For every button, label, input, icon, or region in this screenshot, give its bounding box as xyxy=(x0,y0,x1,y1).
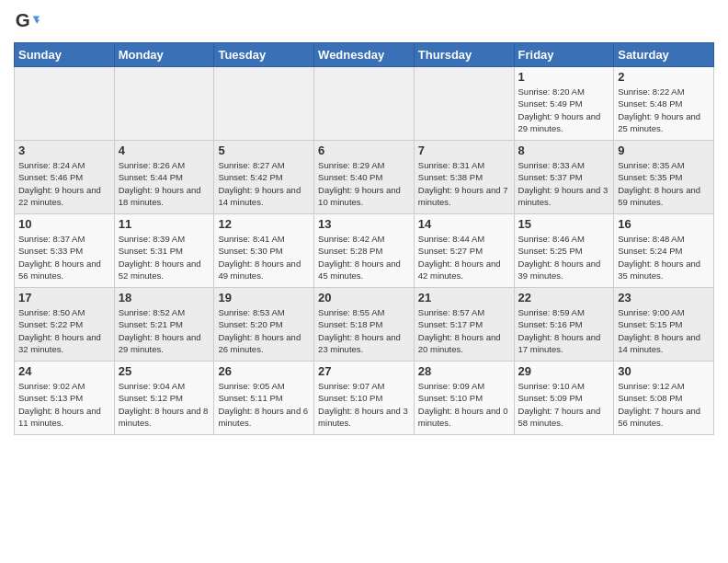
day-number: 20 xyxy=(318,291,410,304)
header-day: Sunday xyxy=(15,43,115,67)
day-info: Sunrise: 9:07 AM Sunset: 5:10 PM Dayligh… xyxy=(318,380,410,429)
calendar-cell: 7Sunrise: 8:31 AM Sunset: 5:38 PM Daylig… xyxy=(414,141,514,214)
day-number: 18 xyxy=(119,291,210,304)
day-info: Sunrise: 8:37 AM Sunset: 5:33 PM Dayligh… xyxy=(18,233,110,282)
header-day: Monday xyxy=(114,43,214,67)
day-number: 24 xyxy=(18,364,110,378)
day-number: 28 xyxy=(418,364,510,378)
calendar-cell: 25Sunrise: 9:04 AM Sunset: 5:12 PM Dayli… xyxy=(114,362,214,435)
calendar-cell: 6Sunrise: 8:29 AM Sunset: 5:40 PM Daylig… xyxy=(314,141,415,214)
day-info: Sunrise: 8:29 AM Sunset: 5:40 PM Dayligh… xyxy=(318,159,410,208)
day-info: Sunrise: 8:33 AM Sunset: 5:37 PM Dayligh… xyxy=(518,159,610,208)
day-info: Sunrise: 8:44 AM Sunset: 5:27 PM Dayligh… xyxy=(418,233,510,282)
calendar-cell: 5Sunrise: 8:27 AM Sunset: 5:42 PM Daylig… xyxy=(214,141,314,214)
day-info: Sunrise: 8:24 AM Sunset: 5:46 PM Dayligh… xyxy=(18,159,110,208)
header-day: Friday xyxy=(514,43,614,67)
day-number: 19 xyxy=(218,291,310,304)
day-info: Sunrise: 8:50 AM Sunset: 5:22 PM Dayligh… xyxy=(18,306,110,355)
calendar-cell: 11Sunrise: 8:39 AM Sunset: 5:31 PM Dayli… xyxy=(114,214,214,288)
day-info: Sunrise: 9:05 AM Sunset: 5:11 PM Dayligh… xyxy=(218,380,310,429)
day-info: Sunrise: 8:35 AM Sunset: 5:35 PM Dayligh… xyxy=(618,159,710,208)
calendar-cell: 20Sunrise: 8:55 AM Sunset: 5:18 PM Dayli… xyxy=(314,288,415,362)
day-info: Sunrise: 8:31 AM Sunset: 5:38 PM Dayligh… xyxy=(418,159,510,208)
calendar-cell: 4Sunrise: 8:26 AM Sunset: 5:44 PM Daylig… xyxy=(114,141,214,214)
day-info: Sunrise: 8:26 AM Sunset: 5:44 PM Dayligh… xyxy=(119,159,210,208)
header-day: Wednesday xyxy=(314,43,415,67)
day-number: 3 xyxy=(18,144,110,157)
day-number: 17 xyxy=(18,291,110,304)
calendar-cell: 24Sunrise: 9:02 AM Sunset: 5:13 PM Dayli… xyxy=(15,362,115,435)
calendar-cell: 16Sunrise: 8:48 AM Sunset: 5:24 PM Dayli… xyxy=(614,214,714,288)
day-info: Sunrise: 8:22 AM Sunset: 5:48 PM Dayligh… xyxy=(618,86,710,134)
header: G xyxy=(14,9,714,35)
calendar-cell: 23Sunrise: 9:00 AM Sunset: 5:15 PM Dayli… xyxy=(614,288,714,362)
logo-icon: G xyxy=(14,9,40,35)
day-number: 7 xyxy=(418,144,510,157)
calendar-cell: 17Sunrise: 8:50 AM Sunset: 5:22 PM Dayli… xyxy=(15,288,115,362)
day-number: 23 xyxy=(618,291,710,304)
day-info: Sunrise: 9:10 AM Sunset: 5:09 PM Dayligh… xyxy=(518,380,610,429)
day-number: 5 xyxy=(218,144,310,157)
calendar-cell: 1Sunrise: 8:20 AM Sunset: 5:49 PM Daylig… xyxy=(514,67,614,141)
day-number: 1 xyxy=(518,70,610,84)
calendar-week-row: 3Sunrise: 8:24 AM Sunset: 5:46 PM Daylig… xyxy=(15,141,714,214)
day-info: Sunrise: 8:27 AM Sunset: 5:42 PM Dayligh… xyxy=(218,159,310,208)
calendar-cell xyxy=(414,67,514,141)
day-number: 29 xyxy=(518,364,610,378)
header-row: SundayMondayTuesdayWednesdayThursdayFrid… xyxy=(15,43,714,67)
day-number: 9 xyxy=(618,144,710,157)
day-info: Sunrise: 8:55 AM Sunset: 5:18 PM Dayligh… xyxy=(318,306,410,355)
day-info: Sunrise: 8:20 AM Sunset: 5:49 PM Dayligh… xyxy=(518,86,610,134)
calendar-week-row: 17Sunrise: 8:50 AM Sunset: 5:22 PM Dayli… xyxy=(15,288,714,362)
header-day: Saturday xyxy=(614,43,714,67)
day-number: 15 xyxy=(518,217,610,231)
calendar-table: SundayMondayTuesdayWednesdayThursdayFrid… xyxy=(14,42,714,435)
page-container: G SundayMondayTuesdayWednesdayThursdayFr… xyxy=(0,0,728,444)
day-info: Sunrise: 9:12 AM Sunset: 5:08 PM Dayligh… xyxy=(618,380,710,429)
calendar-cell: 19Sunrise: 8:53 AM Sunset: 5:20 PM Dayli… xyxy=(214,288,314,362)
day-info: Sunrise: 8:39 AM Sunset: 5:31 PM Dayligh… xyxy=(119,233,210,282)
day-number: 25 xyxy=(119,364,210,378)
calendar-cell: 15Sunrise: 8:46 AM Sunset: 5:25 PM Dayli… xyxy=(514,214,614,288)
calendar-cell: 3Sunrise: 8:24 AM Sunset: 5:46 PM Daylig… xyxy=(15,141,115,214)
calendar-body: 1Sunrise: 8:20 AM Sunset: 5:49 PM Daylig… xyxy=(15,67,714,435)
calendar-cell: 28Sunrise: 9:09 AM Sunset: 5:10 PM Dayli… xyxy=(414,362,514,435)
calendar-cell: 18Sunrise: 8:52 AM Sunset: 5:21 PM Dayli… xyxy=(114,288,214,362)
calendar-cell xyxy=(15,67,115,141)
calendar-cell: 22Sunrise: 8:59 AM Sunset: 5:16 PM Dayli… xyxy=(514,288,614,362)
day-info: Sunrise: 8:46 AM Sunset: 5:25 PM Dayligh… xyxy=(518,233,610,282)
day-number: 11 xyxy=(119,217,210,231)
calendar-cell: 2Sunrise: 8:22 AM Sunset: 5:48 PM Daylig… xyxy=(614,67,714,141)
day-number: 30 xyxy=(618,364,710,378)
calendar-cell: 30Sunrise: 9:12 AM Sunset: 5:08 PM Dayli… xyxy=(614,362,714,435)
day-number: 10 xyxy=(18,217,110,231)
svg-marker-2 xyxy=(34,19,40,24)
day-info: Sunrise: 8:59 AM Sunset: 5:16 PM Dayligh… xyxy=(518,306,610,355)
calendar-week-row: 1Sunrise: 8:20 AM Sunset: 5:49 PM Daylig… xyxy=(15,67,714,141)
day-number: 4 xyxy=(119,144,210,157)
day-number: 2 xyxy=(618,70,710,84)
day-info: Sunrise: 8:52 AM Sunset: 5:21 PM Dayligh… xyxy=(119,306,210,355)
day-number: 26 xyxy=(218,364,310,378)
day-info: Sunrise: 9:04 AM Sunset: 5:12 PM Dayligh… xyxy=(119,380,210,429)
day-number: 8 xyxy=(518,144,610,157)
day-number: 16 xyxy=(618,217,710,231)
logo: G xyxy=(14,9,41,35)
svg-text:G: G xyxy=(16,9,30,30)
day-number: 21 xyxy=(418,291,510,304)
day-info: Sunrise: 9:00 AM Sunset: 5:15 PM Dayligh… xyxy=(618,306,710,355)
calendar-cell: 13Sunrise: 8:42 AM Sunset: 5:28 PM Dayli… xyxy=(314,214,415,288)
calendar-cell: 8Sunrise: 8:33 AM Sunset: 5:37 PM Daylig… xyxy=(514,141,614,214)
header-day: Tuesday xyxy=(214,43,314,67)
day-info: Sunrise: 8:42 AM Sunset: 5:28 PM Dayligh… xyxy=(318,233,410,282)
day-info: Sunrise: 8:48 AM Sunset: 5:24 PM Dayligh… xyxy=(618,233,710,282)
calendar-week-row: 10Sunrise: 8:37 AM Sunset: 5:33 PM Dayli… xyxy=(15,214,714,288)
calendar-cell xyxy=(314,67,415,141)
day-number: 14 xyxy=(418,217,510,231)
calendar-cell: 12Sunrise: 8:41 AM Sunset: 5:30 PM Dayli… xyxy=(214,214,314,288)
day-info: Sunrise: 8:53 AM Sunset: 5:20 PM Dayligh… xyxy=(218,306,310,355)
day-number: 22 xyxy=(518,291,610,304)
day-info: Sunrise: 9:09 AM Sunset: 5:10 PM Dayligh… xyxy=(418,380,510,429)
calendar-cell: 21Sunrise: 8:57 AM Sunset: 5:17 PM Dayli… xyxy=(414,288,514,362)
day-info: Sunrise: 9:02 AM Sunset: 5:13 PM Dayligh… xyxy=(18,380,110,429)
